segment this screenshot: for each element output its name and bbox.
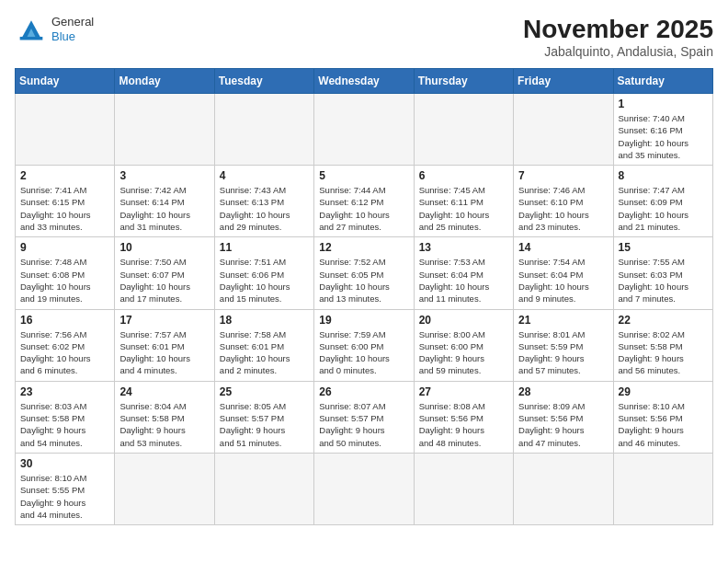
calendar-day-cell: 12Sunrise: 7:52 AM Sunset: 6:05 PM Dayli… [314,237,414,309]
month-year: November 2025 [523,15,713,44]
calendar-day-cell: 21Sunrise: 8:01 AM Sunset: 5:59 PM Dayli… [514,309,613,381]
calendar-day-cell [214,94,313,166]
day-info: Sunrise: 8:07 AM Sunset: 5:57 PM Dayligh… [319,400,408,449]
calendar-day-cell [414,94,513,166]
day-number: 9 [20,241,109,254]
calendar-day-cell: 13Sunrise: 7:53 AM Sunset: 6:04 PM Dayli… [414,237,513,309]
day-number: 29 [619,385,708,398]
day-number: 13 [419,241,508,254]
day-info: Sunrise: 7:53 AM Sunset: 6:04 PM Dayligh… [419,256,508,304]
calendar-day-cell: 14Sunrise: 7:54 AM Sunset: 6:04 PM Dayli… [514,237,613,309]
calendar-day-cell: 27Sunrise: 8:08 AM Sunset: 5:56 PM Dayli… [414,381,513,453]
day-number: 18 [220,314,309,327]
calendar-day-cell: 23Sunrise: 8:03 AM Sunset: 5:58 PM Dayli… [16,381,115,453]
day-info: Sunrise: 8:03 AM Sunset: 5:58 PM Dayligh… [20,400,109,449]
day-number: 20 [419,314,508,327]
day-number: 8 [619,169,708,182]
calendar-day-cell: 15Sunrise: 7:55 AM Sunset: 6:03 PM Dayli… [613,237,712,309]
calendar-day-cell: 20Sunrise: 8:00 AM Sunset: 6:00 PM Dayli… [414,309,513,381]
day-number: 17 [119,314,209,327]
day-info: Sunrise: 8:05 AM Sunset: 5:57 PM Dayligh… [220,400,309,449]
calendar-day-cell: 30Sunrise: 8:10 AM Sunset: 5:55 PM Dayli… [16,453,115,524]
day-number: 11 [220,241,309,254]
day-info: Sunrise: 8:10 AM Sunset: 5:56 PM Dayligh… [619,400,708,449]
day-info: Sunrise: 7:45 AM Sunset: 6:11 PM Dayligh… [419,184,508,233]
calendar-week-row: 23Sunrise: 8:03 AM Sunset: 5:58 PM Dayli… [16,381,713,453]
day-info: Sunrise: 8:08 AM Sunset: 5:56 PM Dayligh… [419,400,508,449]
day-number: 26 [319,385,408,398]
weekday-header-saturday: Saturday [613,69,712,94]
weekday-header-friday: Friday [514,69,613,94]
day-info: Sunrise: 7:58 AM Sunset: 6:01 PM Dayligh… [220,328,309,377]
calendar-day-cell: 26Sunrise: 8:07 AM Sunset: 5:57 PM Dayli… [314,381,414,453]
logo-text: General Blue [51,15,94,43]
calendar-day-cell [115,453,214,524]
weekday-header-sunday: Sunday [16,69,115,94]
day-number: 28 [518,385,608,398]
day-info: Sunrise: 7:48 AM Sunset: 6:08 PM Dayligh… [20,256,109,304]
day-info: Sunrise: 7:41 AM Sunset: 6:15 PM Dayligh… [20,184,109,233]
calendar-day-cell: 28Sunrise: 8:09 AM Sunset: 5:56 PM Dayli… [514,381,613,453]
day-number: 19 [319,314,408,327]
day-info: Sunrise: 8:09 AM Sunset: 5:56 PM Dayligh… [518,400,608,449]
day-info: Sunrise: 8:01 AM Sunset: 5:59 PM Dayligh… [518,328,608,377]
calendar-day-cell: 18Sunrise: 7:58 AM Sunset: 6:01 PM Dayli… [214,309,313,381]
day-number: 16 [20,314,109,327]
day-number: 30 [20,457,109,470]
calendar-day-cell [314,94,414,166]
day-number: 2 [20,169,109,182]
day-number: 3 [119,169,209,182]
calendar-day-cell: 2Sunrise: 7:41 AM Sunset: 6:15 PM Daylig… [16,166,115,237]
day-number: 5 [319,169,408,182]
day-number: 24 [119,385,209,398]
calendar-day-cell [414,453,513,524]
location: Jabalquinto, Andalusia, Spain [523,44,713,59]
day-info: Sunrise: 7:52 AM Sunset: 6:05 PM Dayligh… [319,256,408,304]
calendar-day-cell: 7Sunrise: 7:46 AM Sunset: 6:10 PM Daylig… [514,166,613,237]
day-info: Sunrise: 8:02 AM Sunset: 5:58 PM Dayligh… [619,328,708,377]
svg-rect-3 [20,37,43,40]
day-info: Sunrise: 7:59 AM Sunset: 6:00 PM Dayligh… [319,328,408,377]
logo-icon [15,16,48,43]
day-number: 14 [518,241,608,254]
day-info: Sunrise: 7:56 AM Sunset: 6:02 PM Dayligh… [20,328,109,377]
weekday-header-monday: Monday [115,69,214,94]
day-info: Sunrise: 7:42 AM Sunset: 6:14 PM Dayligh… [119,184,209,233]
calendar-week-row: 1Sunrise: 7:40 AM Sunset: 6:16 PM Daylig… [16,94,713,166]
day-number: 23 [20,385,109,398]
calendar-day-cell: 6Sunrise: 7:45 AM Sunset: 6:11 PM Daylig… [414,166,513,237]
weekday-header-wednesday: Wednesday [314,69,414,94]
day-info: Sunrise: 7:50 AM Sunset: 6:07 PM Dayligh… [119,256,209,304]
calendar-day-cell: 1Sunrise: 7:40 AM Sunset: 6:16 PM Daylig… [613,94,712,166]
calendar-day-cell: 17Sunrise: 7:57 AM Sunset: 6:01 PM Dayli… [115,309,214,381]
calendar-day-cell: 5Sunrise: 7:44 AM Sunset: 6:12 PM Daylig… [314,166,414,237]
calendar-day-cell: 24Sunrise: 8:04 AM Sunset: 5:58 PM Dayli… [115,381,214,453]
weekday-header-thursday: Thursday [414,69,513,94]
calendar-day-cell: 8Sunrise: 7:47 AM Sunset: 6:09 PM Daylig… [613,166,712,237]
day-info: Sunrise: 8:10 AM Sunset: 5:55 PM Dayligh… [20,472,109,521]
day-number: 1 [619,98,708,110]
calendar-day-cell: 22Sunrise: 8:02 AM Sunset: 5:58 PM Dayli… [613,309,712,381]
day-info: Sunrise: 7:51 AM Sunset: 6:06 PM Dayligh… [220,256,309,304]
weekday-header-row: SundayMondayTuesdayWednesdayThursdayFrid… [16,69,713,94]
day-number: 15 [619,241,708,254]
calendar-day-cell: 3Sunrise: 7:42 AM Sunset: 6:14 PM Daylig… [115,166,214,237]
calendar-day-cell: 10Sunrise: 7:50 AM Sunset: 6:07 PM Dayli… [115,237,214,309]
calendar-day-cell: 29Sunrise: 8:10 AM Sunset: 5:56 PM Dayli… [613,381,712,453]
day-info: Sunrise: 7:44 AM Sunset: 6:12 PM Dayligh… [319,184,408,233]
calendar-week-row: 9Sunrise: 7:48 AM Sunset: 6:08 PM Daylig… [16,237,713,309]
calendar-week-row: 16Sunrise: 7:56 AM Sunset: 6:02 PM Dayli… [16,309,713,381]
calendar-day-cell [514,94,613,166]
calendar-day-cell [115,94,214,166]
day-number: 12 [319,241,408,254]
calendar-week-row: 30Sunrise: 8:10 AM Sunset: 5:55 PM Dayli… [16,453,713,524]
day-number: 21 [518,314,608,327]
day-info: Sunrise: 7:55 AM Sunset: 6:03 PM Dayligh… [619,256,708,304]
calendar-day-cell [314,453,414,524]
header: General Blue November 2025 Jabalquinto, … [15,15,713,59]
day-number: 27 [419,385,508,398]
calendar-day-cell [514,453,613,524]
calendar-day-cell: 4Sunrise: 7:43 AM Sunset: 6:13 PM Daylig… [214,166,313,237]
day-number: 4 [220,169,309,182]
day-number: 7 [518,169,608,182]
